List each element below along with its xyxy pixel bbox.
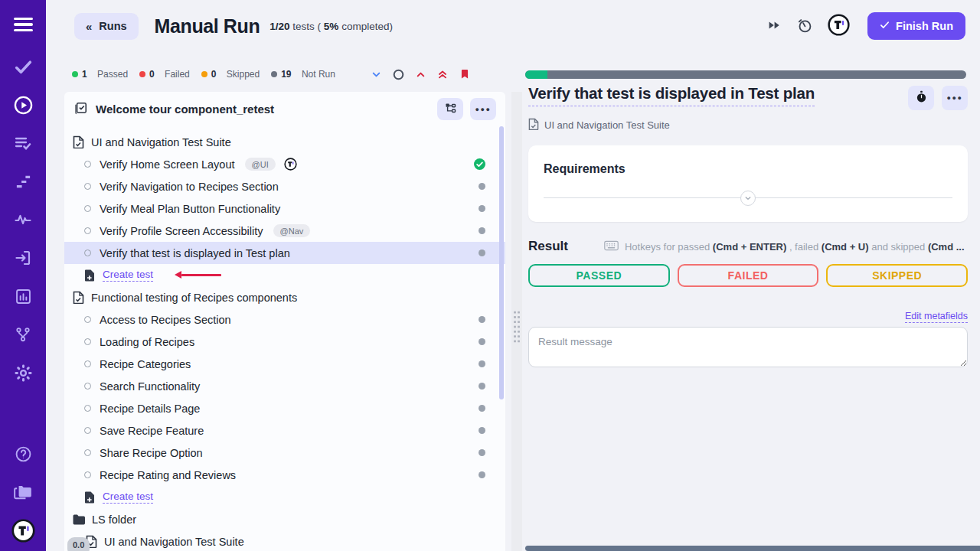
chevron-down-icon[interactable] <box>370 68 383 81</box>
skipped-button[interactable]: SKIPPED <box>826 264 968 287</box>
test-status-indicator <box>474 158 485 170</box>
sidebar-item-projects[interactable] <box>0 474 46 513</box>
detail-more-button[interactable]: ●●● <box>942 86 968 110</box>
tree-vertical-scrollbar[interactable] <box>499 126 504 399</box>
test-circle-marker <box>84 427 91 434</box>
passed-button[interactable]: PASSED <box>528 264 670 287</box>
tree-suite-row[interactable]: Functional testing of Recipes components <box>64 286 505 308</box>
double-chevron-up-icon[interactable] <box>436 67 449 81</box>
tree-test-row[interactable]: Share Recipe Option <box>64 442 505 464</box>
create-test-link-row[interactable]: Create test <box>64 264 505 286</box>
projects-folder-icon <box>13 482 33 505</box>
notrun-dot-icon <box>479 449 485 456</box>
sidebar-item-settings[interactable] <box>0 355 46 393</box>
test-circle-marker <box>84 405 91 412</box>
status-legend: 1 Passed 0 Failed 0 Skipped 19 Not Run <box>64 69 335 80</box>
tree-test-row[interactable]: Save Recipe Feature <box>64 419 505 442</box>
test-status-indicator <box>479 205 485 212</box>
header-logo-button[interactable] <box>826 12 851 40</box>
create-test-link[interactable]: Create test <box>103 491 153 504</box>
create-test-link-row[interactable]: Create test <box>64 486 505 508</box>
tree-test-row[interactable]: Access to Recipes Section <box>64 308 505 331</box>
result-message-input[interactable] <box>528 327 968 367</box>
hamburger-menu-icon[interactable] <box>0 0 46 49</box>
sidebar-item-import[interactable] <box>0 240 46 279</box>
bookmark-icon[interactable] <box>458 67 472 82</box>
notrun-dot-icon <box>479 383 485 390</box>
tree-test-row[interactable]: Verify Meal Plan Button Functionality <box>64 197 505 220</box>
tree-suite-row[interactable]: UI and Navigation Test Suite <box>64 131 505 153</box>
notrun-dot-icon <box>479 405 485 412</box>
tree-title: Welcome tour component_retest <box>96 103 274 116</box>
tree-test-row[interactable]: Verify Profile Screen Accessibility@Nav <box>64 220 505 242</box>
tree-view-icon <box>444 102 457 117</box>
test-circle-marker <box>84 249 91 256</box>
passed-dot-icon <box>72 71 78 77</box>
sidebar-item-steps[interactable] <box>0 164 46 202</box>
check-icon <box>880 20 890 32</box>
tree-header: Welcome tour component_retest ●●● <box>64 92 505 126</box>
circle-icon[interactable] <box>391 67 406 82</box>
detail-timer-button[interactable] <box>908 86 934 110</box>
chevron-down-icon <box>744 191 752 205</box>
failed-button[interactable]: FAILED <box>678 264 819 287</box>
tree-test-row[interactable]: Verify that test is displayed in Test pl… <box>64 242 505 264</box>
tree-suite-row-partial[interactable]: 0.0UI and Navigation Test Suite <box>64 530 505 551</box>
edit-metafields-link[interactable]: Edit metafields <box>905 311 968 323</box>
sidebar-item-branches[interactable] <box>0 317 46 355</box>
clipboard-check-icon <box>74 100 89 119</box>
sidebar-item-help[interactable] <box>0 436 46 474</box>
test-circle-marker <box>84 316 91 323</box>
test-status-indicator <box>479 471 485 478</box>
sidebar-item-analytics[interactable] <box>0 202 46 240</box>
back-to-runs-button[interactable]: « Runs <box>74 13 139 40</box>
detail-horizontal-scrollbar[interactable] <box>525 546 980 551</box>
panel-splitter[interactable] <box>508 92 525 551</box>
splitter-grip-icon[interactable] <box>513 310 521 344</box>
tree-view-button[interactable] <box>437 98 463 120</box>
requirements-card: Requirements <box>528 145 968 222</box>
sidebar-bottom-logo[interactable] <box>0 513 46 551</box>
tree-test-label: Verify Navigation to Recipes Section <box>100 181 279 193</box>
chevron-up-icon[interactable] <box>414 68 427 81</box>
notrun-dot-icon <box>479 249 485 256</box>
test-detail-title[interactable]: Verify that test is displayed in Test pl… <box>528 84 815 106</box>
tree-test-row[interactable]: Loading of Recipes <box>64 331 505 353</box>
tree-test-row[interactable]: Recipe Details Page <box>64 397 505 419</box>
tree-test-row[interactable]: Verify Navigation to Recipes Section <box>64 175 505 197</box>
test-plans-icon <box>14 134 32 155</box>
tree-test-label: Verify Profile Screen Accessibility <box>100 225 263 237</box>
test-tree: UI and Navigation Test SuiteVerify Home … <box>64 131 505 551</box>
fast-forward-button[interactable] <box>765 17 783 36</box>
test-circle-marker <box>84 471 91 478</box>
test-status-indicator <box>479 338 485 345</box>
tree-folder-row[interactable]: LS folder <box>64 508 505 530</box>
finish-run-button[interactable]: Finish Run <box>867 12 965 40</box>
tree-test-row[interactable]: Search Functionality <box>64 375 505 397</box>
requirements-expand-button[interactable] <box>740 191 756 206</box>
tree-test-label: Recipe Categories <box>100 358 191 370</box>
tree-test-row[interactable]: Recipe Rating and Reviews <box>64 464 505 486</box>
sidebar-item-reports[interactable] <box>0 279 46 317</box>
sidebar-item-runs-active[interactable] <box>0 87 46 126</box>
create-test-link[interactable]: Create test <box>103 269 153 282</box>
test-status-indicator <box>479 183 485 190</box>
sidebar-item-test-plans[interactable] <box>0 126 46 164</box>
play-runs-icon <box>13 95 34 119</box>
tag-badge: @UI <box>245 158 276 171</box>
suite-breadcrumb[interactable]: UI and Navigation Test Suite <box>528 118 968 132</box>
test-circle-marker <box>84 383 91 390</box>
result-buttons: PASSED FAILED SKIPPED <box>528 264 968 287</box>
notrun-dot-icon <box>479 338 485 345</box>
priority-filter-icons <box>370 67 472 82</box>
tree-more-button[interactable]: ●●● <box>470 98 496 120</box>
notrun-dot-icon <box>479 183 485 190</box>
sidebar-item-tests[interactable] <box>0 49 46 87</box>
suite-breadcrumb-label: UI and Navigation Test Suite <box>544 119 670 131</box>
tree-test-label: Loading of Recipes <box>100 336 194 348</box>
tree-test-row[interactable]: Verify Home Screen Layout@UI <box>64 153 505 175</box>
timer-button[interactable] <box>795 15 815 37</box>
tree-test-row[interactable]: Recipe Categories <box>64 353 505 375</box>
stopwatch-icon <box>916 90 927 106</box>
ellipsis-icon: ●●● <box>946 94 962 102</box>
